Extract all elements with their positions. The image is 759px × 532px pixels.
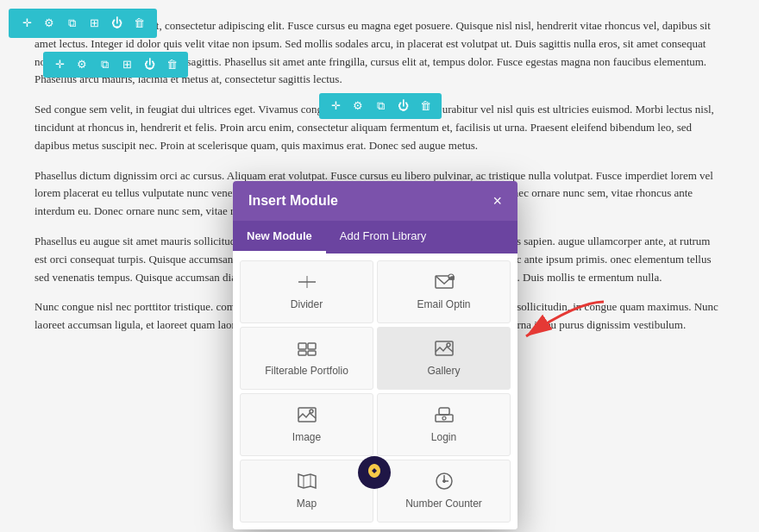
modal-title: Insert Module	[248, 193, 338, 209]
portfolio-icon	[297, 340, 317, 360]
move-icon-2[interactable]: ✛	[52, 57, 67, 72]
module-item-email-optin[interactable]: wifi Email Optin	[377, 260, 511, 323]
settings-icon-3[interactable]: ⚙	[350, 98, 366, 114]
toolbar-second: ✛ ⚙ ⧉ ⊞ ⏻ 🗑	[43, 52, 188, 78]
divider-icon	[297, 273, 317, 293]
svg-marker-17	[298, 474, 316, 488]
divi-logo[interactable]	[358, 456, 391, 489]
delete-icon[interactable]: 🗑	[131, 16, 147, 31]
module-item-divider[interactable]: Divider	[240, 260, 373, 323]
duplicate-icon[interactable]: ⧉	[64, 16, 79, 31]
module-label-image: Image	[292, 431, 321, 443]
number-counter-icon	[434, 473, 455, 492]
map-icon	[297, 473, 317, 492]
svg-rect-7	[308, 343, 316, 349]
settings-icon-2[interactable]: ⚙	[74, 57, 90, 72]
divi-logo-icon	[365, 461, 384, 485]
tab-add-from-library[interactable]: Add From Library	[326, 221, 440, 253]
module-label-number-counter: Number Counter	[405, 498, 482, 510]
delete-icon-2[interactable]: 🗑	[164, 57, 179, 72]
module-item-login[interactable]: Login	[377, 393, 511, 456]
module-label-email-optin: Email Optin	[417, 298, 470, 310]
move-icon-3[interactable]: ✛	[328, 98, 343, 114]
email-optin-icon: wifi	[434, 273, 455, 293]
login-icon	[434, 406, 455, 426]
svg-rect-8	[298, 351, 306, 355]
svg-rect-14	[439, 408, 449, 415]
svg-text:wifi: wifi	[448, 276, 454, 280]
toggle-icon[interactable]: ⏻	[109, 16, 124, 31]
duplicate-icon-3[interactable]: ⧉	[373, 98, 388, 114]
svg-point-23	[442, 480, 445, 483]
toolbar-top: ✛ ⚙ ⧉ ⊞ ⏻ 🗑	[9, 9, 157, 38]
modal-header: Insert Module ×	[233, 181, 518, 221]
modal-close-button[interactable]: ×	[492, 193, 502, 209]
svg-rect-15	[436, 415, 453, 422]
svg-point-16	[442, 416, 446, 420]
columns-icon[interactable]: ⊞	[86, 16, 102, 31]
module-label-map: Map	[297, 498, 317, 510]
module-item-number-counter[interactable]: Number Counter	[377, 460, 511, 523]
module-item-image[interactable]: Image	[240, 393, 373, 456]
toolbar-third: ✛ ⚙ ⧉ ⏻ 🗑	[319, 93, 442, 119]
move-icon[interactable]: ✛	[19, 16, 34, 31]
module-item-portfolio[interactable]: Filterable Portfolio	[240, 327, 373, 390]
modal-tabs: New Module Add From Library	[233, 221, 518, 253]
module-label-gallery: Gallery	[427, 365, 460, 377]
svg-point-11	[447, 343, 450, 347]
toggle-icon-2[interactable]: ⏻	[141, 57, 157, 72]
svg-rect-6	[298, 343, 306, 349]
module-item-map[interactable]: Map	[240, 460, 373, 523]
svg-rect-9	[308, 351, 316, 355]
gallery-icon	[434, 340, 455, 360]
duplicate-icon-2[interactable]: ⧉	[97, 57, 112, 72]
module-label-login: Login	[431, 431, 456, 443]
toggle-icon-3[interactable]: ⏻	[395, 98, 411, 114]
image-icon	[297, 406, 317, 426]
columns-icon-2[interactable]: ⊞	[119, 57, 135, 72]
module-label-divider: Divider	[291, 298, 323, 310]
module-item-gallery[interactable]: Gallery	[377, 327, 511, 390]
module-label-portfolio: Filterable Portfolio	[265, 365, 348, 377]
delete-icon-3[interactable]: 🗑	[417, 98, 433, 114]
svg-point-13	[310, 410, 313, 413]
settings-icon[interactable]: ⚙	[41, 16, 57, 31]
tab-new-module[interactable]: New Module	[233, 221, 326, 253]
